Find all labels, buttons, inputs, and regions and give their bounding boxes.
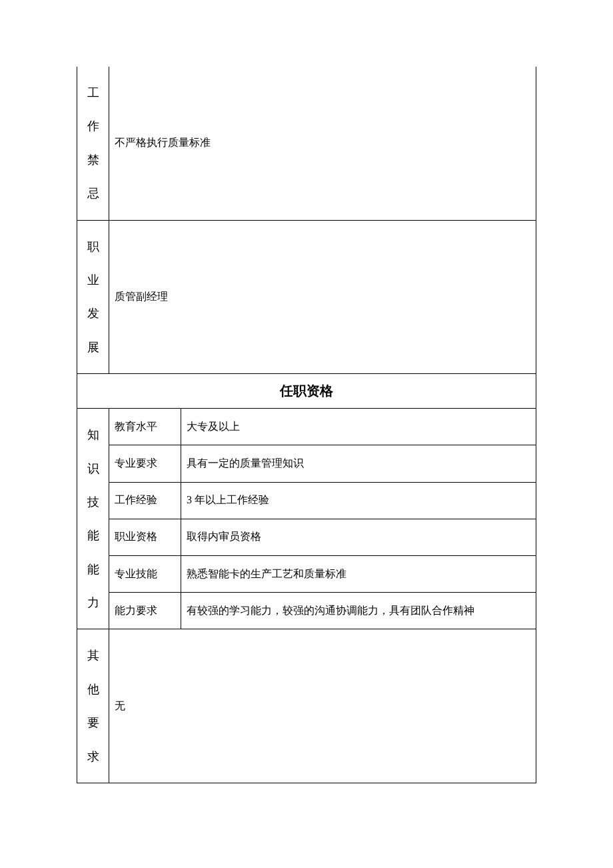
label-skill: 专业技能	[109, 556, 181, 593]
section-header: 任职资格	[77, 374, 536, 409]
row-ability: 能力要求 有较强的学习能力，较强的沟通协调能力，具有团队合作精神	[77, 593, 536, 629]
value-education: 大专及以上	[181, 409, 536, 445]
row-major: 专业要求 具有一定的质量管理知识	[77, 445, 536, 482]
label-experience: 工作经验	[109, 482, 181, 519]
value-work-prohibition: 不严格执行质量标准	[109, 67, 536, 220]
row-career-development: 职业发展 质管副经理	[77, 220, 536, 374]
row-work-prohibition: 工作禁忌 不严格执行质量标准	[77, 67, 536, 220]
label-work-prohibition-text: 工作禁忌	[87, 86, 99, 200]
label-career-development-text: 职业发展	[87, 240, 99, 354]
label-education: 教育水平	[109, 409, 181, 445]
label-certificate: 职业资格	[109, 519, 181, 555]
value-certificate: 取得内审员资格	[181, 519, 536, 555]
value-career-development: 质管副经理	[109, 220, 536, 374]
label-major: 专业要求	[109, 445, 181, 482]
row-certificate: 职业资格 取得内审员资格	[77, 519, 536, 555]
row-other: 其他要求 无	[77, 629, 536, 783]
value-major: 具有一定的质量管理知识	[181, 445, 536, 482]
qualification-table: 工作禁忌 不严格执行质量标准 职业发展 质管副经理 任职资格 知识技能能力 教育…	[77, 67, 536, 783]
row-section-header: 任职资格	[77, 374, 536, 409]
value-ability: 有较强的学习能力，较强的沟通协调能力，具有团队合作精神	[181, 593, 536, 629]
label-career-development: 职业发展	[77, 220, 109, 374]
row-experience: 工作经验 3 年以上工作经验	[77, 482, 536, 519]
label-ability: 能力要求	[109, 593, 181, 629]
value-other: 无	[109, 629, 536, 783]
label-other: 其他要求	[77, 629, 109, 783]
label-work-prohibition: 工作禁忌	[77, 67, 109, 220]
row-skill: 专业技能 熟悉智能卡的生产工艺和质量标准	[77, 556, 536, 593]
label-knowledge-group: 知识技能能力	[77, 409, 109, 629]
label-other-text: 其他要求	[87, 649, 99, 763]
value-experience: 3 年以上工作经验	[181, 482, 536, 519]
row-education: 知识技能能力 教育水平 大专及以上	[77, 409, 536, 445]
label-knowledge-group-text: 知识技能能力	[87, 428, 99, 609]
value-skill: 熟悉智能卡的生产工艺和质量标准	[181, 556, 536, 593]
